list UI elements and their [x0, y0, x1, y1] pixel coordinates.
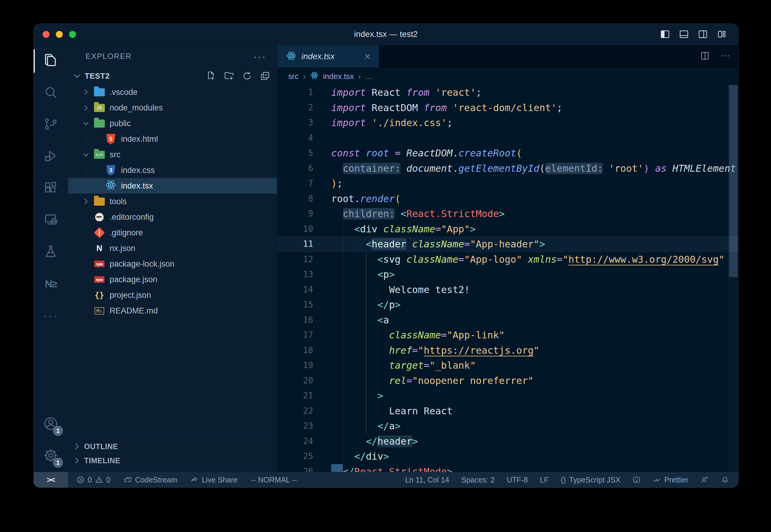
tree-item-nx-json[interactable]: Nnx.json — [68, 240, 277, 256]
beaker-icon — [43, 243, 59, 260]
tree-item-index-html[interactable]: 5index.html — [68, 131, 277, 147]
status-language-mode[interactable]: {}TypeScript JSX — [561, 476, 620, 484]
code-line-1: import React from 'react'; — [331, 85, 738, 100]
status-text: TypeScript JSX — [569, 476, 621, 484]
activitybar-more[interactable]: ··· — [34, 300, 68, 331]
tree-item-node-modules[interactable]: JSnode_modules — [68, 100, 277, 116]
activitybar-run-debug[interactable] — [34, 141, 68, 172]
line-number: 15 — [277, 297, 313, 313]
refresh-icon[interactable] — [242, 71, 252, 81]
folder-node-icon: JS — [94, 104, 105, 112]
code-line-6: container: document.getElementById(eleme… — [331, 161, 738, 176]
collapse-all-icon[interactable] — [260, 71, 271, 81]
chevron-right-icon — [73, 442, 81, 451]
status-encoding[interactable]: UTF-8 — [506, 476, 528, 484]
close-window-button[interactable] — [43, 31, 50, 38]
explorer-more-actions-icon[interactable]: ··· — [253, 55, 266, 58]
activitybar-extensions[interactable] — [34, 172, 68, 204]
code-editor[interactable]: 1import React from 'react';2import React… — [277, 85, 738, 472]
status-text: -- NORMAL -- — [251, 476, 297, 484]
activitybar-settings[interactable]: 1 — [34, 440, 68, 472]
new-folder-icon[interactable] — [224, 71, 234, 81]
tree-item--gitignore[interactable]: .gitignore — [68, 225, 277, 240]
zoom-window-button[interactable] — [69, 31, 76, 38]
timeline-section[interactable]: TIMELINE — [68, 453, 277, 467]
status-notifications[interactable] — [721, 476, 729, 484]
line-number: 26 — [277, 464, 313, 472]
layout-custom-icon[interactable] — [717, 29, 727, 39]
status-vim-mode[interactable]: -- NORMAL -- — [251, 476, 297, 484]
line-number: 20 — [277, 373, 313, 388]
status-indentation[interactable]: Spaces: 2 — [461, 476, 494, 484]
line-number: 18 — [277, 343, 313, 358]
status-text: 0 — [88, 476, 92, 484]
project-section-header[interactable]: TEST2 — [68, 68, 277, 84]
tree-item-package-lock-json[interactable]: npmpackage-lock.json — [68, 256, 277, 272]
remote-indicator[interactable]: >< — [34, 472, 68, 488]
vertical-scrollbar[interactable] — [728, 85, 738, 472]
share-icon — [190, 476, 199, 484]
status-live-share-session[interactable] — [700, 476, 709, 484]
close-tab-icon[interactable] — [363, 52, 372, 61]
line-number: 22 — [277, 404, 313, 419]
chevron-down-icon — [82, 151, 90, 159]
folder-public-icon — [94, 119, 105, 128]
activitybar-nx-console[interactable]: N≥ — [34, 268, 68, 300]
layout-panel-icon[interactable] — [679, 29, 689, 39]
activitybar-search[interactable] — [34, 77, 68, 109]
editor-more-actions[interactable] — [720, 51, 730, 62]
tab-index-tsx[interactable]: index.tsx — [277, 45, 379, 68]
tree-item-readme-md[interactable]: M↓README.md — [68, 303, 277, 319]
tree-item-tools[interactable]: tools — [68, 194, 277, 209]
breadcrumb-item-2[interactable]: … — [365, 72, 373, 81]
split-editor-button[interactable] — [700, 51, 710, 62]
status-text: Prettier — [664, 476, 688, 484]
tree-item-src[interactable]: </>src — [68, 147, 277, 162]
activitybar-testing[interactable] — [34, 236, 68, 268]
status-codestream[interactable]: CodeStream — [124, 476, 177, 484]
react-icon — [310, 71, 319, 82]
new-file-icon[interactable] — [206, 71, 216, 81]
tree-item-index-tsx[interactable]: index.tsx — [68, 178, 277, 194]
chevron-right-icon — [82, 104, 90, 112]
breadcrumb-item-0[interactable]: src — [288, 72, 299, 81]
status-prettier[interactable]: Prettier — [653, 476, 688, 484]
activitybar-explorer[interactable] — [34, 45, 68, 77]
minimize-window-button[interactable] — [56, 31, 63, 38]
double-check-icon — [653, 476, 661, 484]
activitybar-source-control[interactable] — [34, 109, 68, 141]
tree-item-project-json[interactable]: {}project.json — [68, 287, 277, 303]
activitybar-remote-explorer[interactable] — [34, 204, 68, 236]
code-line-24: </header> — [331, 434, 738, 449]
window-title: index.tsx — test2 — [354, 30, 418, 39]
layout-sidebar-left-icon[interactable] — [660, 29, 670, 39]
line-number: 25 — [277, 449, 313, 464]
layout-sidebar-right-icon[interactable] — [698, 29, 708, 39]
line-number: 21 — [277, 388, 313, 404]
scrollbar-thumb[interactable] — [729, 85, 738, 277]
braces-icon: {} — [95, 291, 104, 300]
outline-section[interactable]: OUTLINE — [68, 439, 277, 453]
status-left: 00CodeStreamLive Share-- NORMAL -- — [68, 476, 297, 484]
line-number: 7 — [277, 176, 313, 191]
status-problems[interactable]: 00 — [76, 476, 110, 484]
tab-label: index.tsx — [301, 52, 358, 61]
breadcrumb: src›index.tsx›… — [277, 68, 738, 85]
breadcrumb-item-1[interactable]: index.tsx — [323, 72, 354, 81]
status-text: Live Share — [202, 476, 238, 484]
status-feedback[interactable] — [632, 476, 641, 484]
tree-item-index-css[interactable]: 3index.css — [68, 162, 277, 178]
status-live-share[interactable]: Live Share — [190, 476, 238, 484]
tree-item-public[interactable]: public — [68, 116, 277, 131]
tree-item-package-json[interactable]: npmpackage.json — [68, 272, 277, 287]
tree-item-label: project.json — [68, 291, 151, 300]
code-line-20: rel="noopener noreferrer" — [331, 373, 738, 388]
status-eol[interactable]: LF — [540, 476, 549, 484]
css3-icon: 3 — [106, 165, 115, 175]
tree-item--vscode[interactable]: .vscode — [68, 84, 277, 100]
line-number: 4 — [277, 131, 313, 146]
status-text: CodeStream — [135, 476, 177, 484]
status-cursor-position[interactable]: Ln 11, Col 14 — [405, 476, 449, 484]
activitybar-accounts[interactable]: 1 — [34, 408, 68, 440]
tree-item--editorconfig[interactable]: .editorconfig — [68, 209, 277, 225]
